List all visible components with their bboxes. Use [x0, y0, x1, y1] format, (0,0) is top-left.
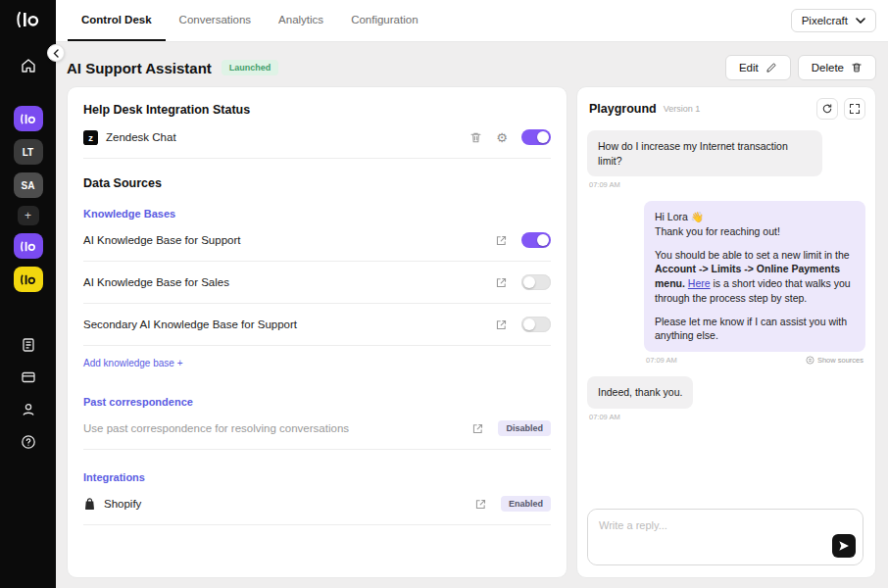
tab-configuration[interactable]: Configuration [337, 0, 431, 41]
playground-title: Playground [589, 102, 657, 116]
enabled-badge: Enabled [501, 496, 551, 512]
page-title: AI Support Assistant [67, 60, 212, 76]
assistant-greeting: Hi Lora 👋 [655, 211, 704, 222]
integration-status-panel: Help Desk Integration Status z Zendesk C… [67, 86, 567, 578]
zendesk-toggle[interactable] [521, 129, 551, 145]
expand-button[interactable] [844, 98, 865, 120]
tab-analytics[interactable]: Analytics [265, 0, 337, 41]
kb-row: AI Knowledge Base for Sales [83, 262, 551, 304]
external-link-icon[interactable] [474, 498, 487, 511]
delete-button-label: Delete [812, 62, 844, 74]
zendesk-settings-icon[interactable]: ⚙ [496, 131, 508, 144]
assistant-message: Hi Lora 👋 Thank you for reaching out! Yo… [644, 201, 865, 365]
pencil-icon [765, 62, 777, 74]
message-timestamp: 07:09 AM [646, 356, 677, 365]
show-sources-label: Show sources [817, 356, 863, 365]
kb-row: AI Knowledge Base for Support [83, 220, 551, 262]
kb-row: Secondary AI Knowledge Base for Support [83, 304, 551, 346]
workspace-avatar-sa[interactable]: SA [14, 172, 43, 198]
add-workspace-button[interactable]: + [18, 206, 39, 225]
assistant-closing: Please let me know if I can assist you w… [655, 315, 855, 343]
trash-icon [851, 62, 863, 74]
playground-version: Version 1 [664, 104, 701, 114]
playground-panel: Playground Version 1 How do I increase m… [576, 86, 876, 578]
chevron-left-icon [53, 49, 59, 58]
workspace-logo-icon [21, 274, 36, 285]
edit-button[interactable]: Edit [725, 55, 791, 80]
send-icon [838, 540, 850, 552]
past-correspondence-label: Use past correspondence for resolving co… [83, 422, 349, 434]
kb-toggle-support[interactable] [521, 232, 551, 248]
app-logo-icon [17, 12, 40, 31]
shopify-row: Shopify Enabled [83, 483, 551, 525]
workspace-tile-1[interactable] [14, 106, 43, 131]
external-link-icon[interactable] [471, 422, 484, 435]
workspace-dropdown[interactable]: Pixelcraft [791, 9, 876, 32]
page-header: AI Support Assistant Launched Edit Delet… [56, 42, 888, 80]
integration-panel-title: Help Desk Integration Status [83, 103, 551, 117]
past-correspondence-heading: Past correspondence [83, 396, 551, 408]
sidebar: LT SA + [0, 0, 56, 588]
sidebar-bottom-icons [21, 337, 36, 450]
delete-button[interactable]: Delete [798, 55, 876, 80]
zendesk-delete-icon[interactable] [469, 131, 482, 144]
status-badge: Launched [222, 60, 279, 75]
billing-icon[interactable] [21, 369, 36, 385]
chat-transcript: How do I increase my Internet transactio… [587, 130, 865, 493]
kb-toggle-sales[interactable] [521, 274, 551, 290]
workspace-logo-icon [21, 114, 36, 124]
workspace-tile-3[interactable] [14, 267, 43, 292]
past-correspondence-row: Use past correspondence for resolving co… [83, 408, 551, 450]
zendesk-label: Zendesk Chat [106, 131, 176, 143]
reply-composer [587, 509, 863, 565]
assistant-line2: Thank you for reaching out! [655, 225, 780, 237]
external-link-icon[interactable] [495, 318, 508, 331]
disabled-badge: Disabled [498, 420, 551, 436]
message-timestamp: 07:09 AM [589, 180, 863, 189]
reply-input[interactable] [588, 510, 863, 564]
zendesk-icon: z [83, 130, 98, 145]
profile-icon[interactable] [21, 402, 36, 417]
workspace-list: LT SA + [14, 106, 43, 292]
kb-toggle-secondary[interactable] [521, 317, 551, 332]
knowledge-bases-heading: Knowledge Bases [83, 208, 551, 220]
workspace-avatar-lt[interactable]: LT [14, 139, 43, 165]
show-sources-link[interactable]: Show sources [806, 356, 863, 365]
tab-control-desk[interactable]: Control Desk [68, 0, 166, 41]
user-message: How do I increase my Internet transactio… [587, 130, 865, 189]
kb-label: AI Knowledge Base for Sales [83, 276, 229, 288]
zendesk-row: z Zendesk Chat ⚙ [83, 117, 551, 159]
top-navigation: Control Desk Conversations Analytics Con… [56, 0, 888, 42]
user-message-bubble: How do I increase my Internet transactio… [587, 130, 822, 176]
assistant-text: You should be able to set a new limit in… [655, 249, 850, 261]
expand-icon [849, 103, 861, 115]
external-link-icon[interactable] [495, 276, 508, 289]
workspace-tile-2[interactable] [14, 233, 43, 259]
shopify-icon [83, 497, 96, 511]
docs-icon[interactable] [21, 337, 36, 353]
home-icon[interactable] [20, 57, 37, 78]
send-button[interactable] [832, 534, 856, 558]
data-sources-title: Data Sources [83, 176, 551, 190]
shopify-label: Shopify [104, 498, 141, 510]
add-knowledge-base-link[interactable]: Add knowledge base + [83, 358, 182, 368]
workspace-logo-icon [21, 241, 36, 252]
collapse-sidebar-button[interactable] [47, 44, 65, 62]
svg-text:z: z [88, 133, 93, 143]
integrations-heading: Integrations [83, 471, 551, 483]
message-timestamp: 07:09 AM [589, 413, 863, 421]
show-sources-icon [806, 356, 814, 365]
user-message: Indeed, thank you. 07:09 AM [587, 376, 865, 421]
chevron-down-icon [856, 18, 865, 24]
user-message-bubble: Indeed, thank you. [587, 376, 693, 409]
external-link-icon[interactable] [495, 234, 508, 247]
refresh-button[interactable] [816, 98, 838, 120]
kb-label: Secondary AI Knowledge Base for Support [83, 318, 297, 330]
refresh-icon [821, 103, 833, 115]
help-icon[interactable] [21, 434, 36, 450]
playground-header: Playground Version 1 [577, 87, 875, 127]
here-link[interactable]: Here [688, 277, 711, 289]
workspace-name: Pixelcraft [802, 15, 848, 26]
tab-conversations[interactable]: Conversations [166, 0, 266, 41]
kb-label: AI Knowledge Base for Support [83, 234, 240, 246]
